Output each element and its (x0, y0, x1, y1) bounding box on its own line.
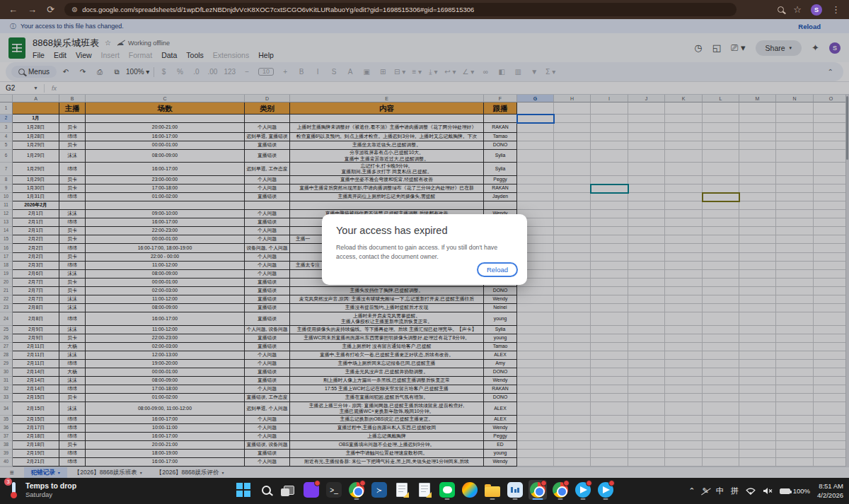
battery-icon (780, 488, 790, 494)
tray-chevron-icon[interactable]: ⌃ (688, 487, 695, 495)
open-app-indicator (558, 498, 563, 500)
open-app-indicator (513, 498, 518, 500)
line-logo-icon (439, 482, 455, 498)
thermometer-icon: 3 (7, 481, 20, 499)
telegram-icon-2[interactable] (596, 480, 615, 500)
dialog-title: Your access has expired (336, 225, 513, 236)
task-view-glyph (284, 486, 294, 495)
browser-profile-avatar[interactable]: S (811, 4, 822, 16)
weather-subtitle: Saturday (25, 491, 76, 498)
battery-indicator[interactable]: 100% (780, 487, 810, 495)
chrome-active-icon[interactable] (529, 480, 547, 500)
document-app-icon-2[interactable] (415, 480, 434, 500)
purple-app-icon[interactable] (302, 480, 320, 500)
document-glyph-icon (396, 483, 408, 497)
ime-mode-indicator[interactable]: 拼 (731, 487, 739, 495)
search-glass-icon (262, 486, 271, 495)
weather-widget[interactable]: 3 Temps to drop Saturday (7, 481, 76, 499)
address-bar[interactable]: ⊜ docs.google.com/spreadsheets/d/1wpDfLe… (64, 3, 737, 16)
notification-badge (541, 480, 547, 486)
notification-badge (608, 480, 615, 486)
open-app-indicator (603, 498, 608, 500)
line-app-icon[interactable] (438, 480, 456, 500)
zoom-icon[interactable] (778, 6, 784, 13)
notification-badge (563, 480, 570, 486)
document-glyph-icon (419, 483, 430, 497)
document-app-icon[interactable] (393, 480, 411, 500)
url-text: docs.google.com/spreadsheets/d/1wpDfLezN… (82, 6, 474, 13)
windows-taskbar: 3 Temps to drop Saturday >_≻ ⌃ ✎ 中 拼 100… (0, 478, 849, 504)
ime-language-indicator[interactable]: 中 (716, 487, 724, 495)
weather-badge: 3 (4, 478, 12, 486)
open-app-indicator (581, 498, 586, 500)
open-app-indicator (354, 498, 359, 500)
windows-logo-icon (236, 483, 250, 497)
terminal-icon-glyph: >_ (326, 482, 342, 498)
system-tray: ⌃ ✎ 中 拼 100% 8:51 AM 4/2/2026 (688, 478, 843, 504)
browser-menu-icon[interactable]: ⋮ (831, 5, 841, 14)
open-app-indicator (533, 498, 543, 500)
file-explorer-icon[interactable] (483, 480, 502, 500)
stats-glyph-icon (507, 482, 523, 498)
taskbar-clock[interactable]: 8:51 AM 4/2/2026 (817, 482, 843, 500)
open-app-indicator (490, 498, 495, 500)
notification-badge (359, 480, 366, 486)
powershell-icon[interactable]: ≻ (370, 480, 388, 500)
chrome-icon[interactable] (347, 480, 366, 500)
copilot-icon[interactable] (461, 480, 479, 500)
powershell-icon-glyph: ≻ (371, 482, 387, 498)
chrome-icon-2[interactable] (551, 480, 570, 500)
access-expired-dialog: Your access has expired Reload this docu… (322, 214, 527, 285)
site-settings-icon[interactable]: ⊜ (71, 6, 77, 13)
telegram-icon[interactable] (574, 480, 592, 500)
terminal-icon[interactable]: >_ (325, 480, 343, 500)
weather-headline: Temps to drop (25, 481, 76, 491)
copilot-logo-icon (462, 482, 478, 498)
notification-badge (314, 480, 320, 486)
bookmark-star-icon[interactable]: ☆ (793, 5, 802, 14)
start-button[interactable] (234, 480, 253, 500)
back-icon[interactable]: ← (8, 5, 18, 14)
volume-muted-icon[interactable] (763, 487, 773, 495)
pen-disabled-icon[interactable]: ✎ (702, 487, 708, 495)
task-view-button[interactable] (279, 480, 298, 500)
notification-badge (586, 480, 592, 486)
browser-toolbar: ← → ⟳ ⊜ docs.google.com/spreadsheets/d/1… (0, 0, 849, 19)
folder-glyph-icon (485, 486, 500, 497)
stats-app-icon[interactable] (506, 480, 524, 500)
search-button[interactable] (257, 480, 275, 500)
open-app-indicator (445, 498, 450, 500)
wifi-icon[interactable] (746, 487, 756, 495)
reload-icon[interactable]: ⟳ (47, 5, 54, 14)
dialog-body: Reload this document to gain access. If … (336, 243, 513, 262)
page-content: ⓘ Your access to this file has changed. … (0, 19, 849, 478)
dialog-reload-button[interactable]: Reload (477, 262, 518, 277)
forward-icon[interactable]: → (28, 5, 37, 14)
